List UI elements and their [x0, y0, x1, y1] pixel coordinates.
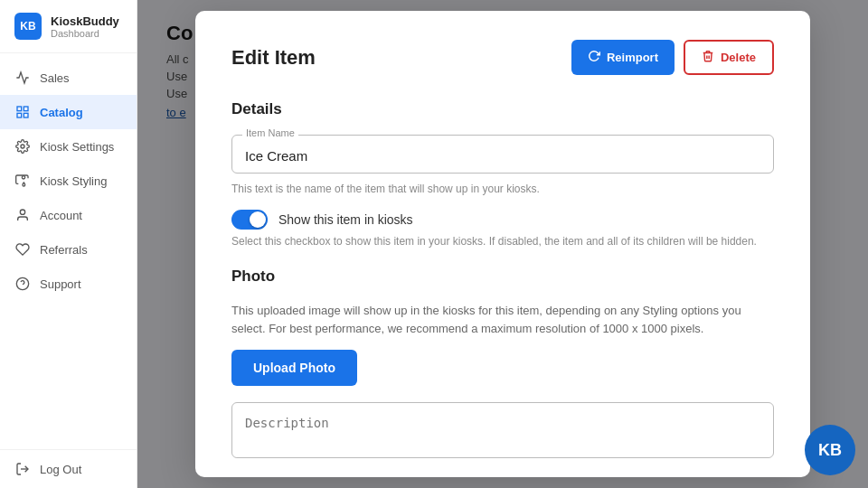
brand-subtitle: Dashboard [51, 28, 119, 39]
sidebar-logout[interactable]: Log Out [0, 449, 137, 488]
heart-icon [14, 241, 31, 258]
upload-photo-button[interactable]: Upload Photo [231, 350, 357, 386]
grid-icon [14, 104, 31, 120]
sidebar-item-kiosk-styling-label: Kiosk Styling [40, 174, 107, 188]
paint-icon [14, 173, 31, 189]
reimport-button[interactable]: Reimport [571, 40, 675, 75]
modal-header: Edit Item Reimport Delete [231, 40, 774, 75]
sidebar-item-catalog[interactable]: Catalog [0, 95, 137, 129]
sidebar-item-sales-label: Sales [40, 71, 70, 85]
show-in-kiosks-toggle[interactable] [231, 210, 268, 230]
sidebar: KB KioskBuddy Dashboard Sales Catalog [0, 0, 137, 488]
sidebar-item-support[interactable]: Support [0, 267, 137, 301]
description-textarea[interactable] [231, 402, 774, 458]
toggle-hint: Select this checkbox to show this item i… [231, 235, 774, 248]
svg-point-4 [21, 145, 24, 148]
help-icon [14, 276, 31, 292]
svg-rect-2 [17, 113, 22, 117]
svg-point-6 [20, 210, 24, 214]
logout-icon [14, 461, 31, 477]
person-icon [14, 207, 31, 223]
delete-button[interactable]: Delete [684, 40, 774, 75]
svg-point-5 [22, 176, 24, 179]
svg-rect-3 [24, 113, 28, 117]
item-name-label: Item Name [242, 127, 298, 138]
brand-name: KioskBuddy [51, 14, 119, 28]
sidebar-item-kiosk-settings[interactable]: Kiosk Settings [0, 129, 137, 164]
settings-icon [14, 138, 31, 155]
logout-label: Log Out [40, 463, 81, 476]
show-in-kiosks-toggle-row: Show this item in kiosks [231, 210, 774, 230]
sidebar-item-account-label: Account [40, 209, 82, 222]
modal-overlay: Edit Item Reimport Delete [137, 0, 868, 488]
toggle-knob [250, 211, 266, 228]
item-name-input[interactable] [231, 135, 774, 174]
sidebar-item-catalog-label: Catalog [40, 106, 83, 119]
kb-avatar[interactable]: KB [805, 425, 855, 475]
sidebar-item-referrals-label: Referrals [40, 243, 88, 257]
modal-action-buttons: Reimport Delete [571, 40, 774, 75]
sidebar-item-kiosk-styling[interactable]: Kiosk Styling [0, 164, 137, 198]
item-name-group: Item Name [231, 135, 774, 174]
main-area: Co All c Use Use to e Edit Item Reimport [137, 0, 868, 488]
photo-desc: This uploaded image will show up in the … [231, 302, 774, 337]
chart-line-icon [14, 70, 31, 86]
details-section-title: Details [231, 100, 774, 118]
modal-title: Edit Item [231, 46, 316, 70]
delete-label: Delete [721, 51, 756, 64]
toggle-label: Show this item in kiosks [278, 212, 413, 227]
sidebar-item-sales[interactable]: Sales [0, 61, 137, 95]
reimport-label: Reimport [607, 51, 658, 64]
description-section [231, 402, 774, 462]
app-logo: KB [14, 13, 42, 40]
photo-section: Photo This uploaded image will show up i… [231, 267, 774, 386]
sidebar-item-kiosk-settings-label: Kiosk Settings [40, 140, 114, 154]
sidebar-item-support-label: Support [40, 277, 81, 291]
svg-rect-0 [17, 107, 22, 111]
delete-icon [702, 50, 714, 65]
item-name-hint: This text is the name of the item that w… [231, 183, 774, 195]
reimport-icon [588, 50, 600, 65]
logout-item[interactable]: Log Out [14, 461, 122, 477]
sidebar-nav: Sales Catalog Kiosk Settings [0, 53, 137, 449]
edit-item-modal: Edit Item Reimport Delete [195, 11, 810, 477]
svg-rect-1 [24, 107, 28, 111]
sidebar-brand: KioskBuddy Dashboard [51, 14, 119, 39]
sidebar-item-referrals[interactable]: Referrals [0, 232, 137, 267]
photo-section-title: Photo [231, 267, 774, 286]
sidebar-item-account[interactable]: Account [0, 198, 137, 232]
sidebar-header: KB KioskBuddy Dashboard [0, 0, 137, 53]
